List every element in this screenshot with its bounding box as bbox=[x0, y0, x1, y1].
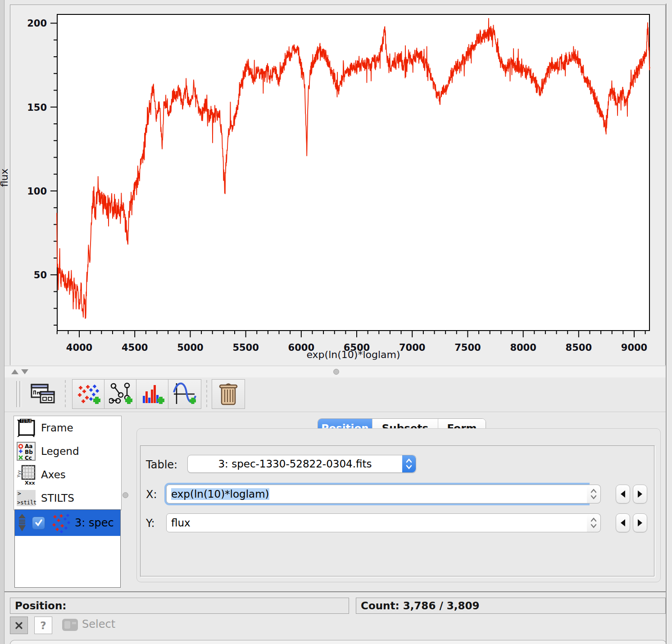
frame-icon: TITLE bbox=[16, 417, 36, 439]
svg-text:>: > bbox=[18, 490, 21, 497]
toolbar-separator bbox=[65, 380, 66, 407]
window-right-border bbox=[666, 4, 667, 644]
plot-splitter-bar[interactable] bbox=[5, 366, 666, 378]
layer-list: 3: spec bbox=[14, 509, 121, 588]
stilts-icon: > >stilts bbox=[16, 489, 36, 507]
plot-border bbox=[57, 14, 649, 331]
svg-text:Cc: Cc bbox=[25, 455, 32, 461]
delete-layer-icon bbox=[218, 382, 239, 406]
y-tick-label: 150 bbox=[27, 102, 47, 113]
right-arrow-icon bbox=[637, 490, 643, 498]
axes-icon: Yyy Xxx bbox=[16, 464, 36, 485]
y-axis-title: flux bbox=[0, 174, 44, 187]
y-prev-column-button[interactable] bbox=[616, 513, 630, 532]
add-line-layer-icon bbox=[109, 382, 132, 406]
x-coord-value: exp(ln(10)*loglam) bbox=[171, 488, 269, 500]
svg-text:Xxx: Xxx bbox=[25, 480, 35, 485]
layer-row-selected[interactable]: 3: spec bbox=[15, 510, 120, 536]
y-coord-input[interactable]: flux bbox=[166, 513, 588, 532]
help-glyph: ? bbox=[40, 620, 46, 631]
chevron-up-down-icon bbox=[590, 517, 597, 529]
layer-visibility-checkbox[interactable] bbox=[32, 517, 45, 530]
svg-text:Yyy: Yyy bbox=[17, 470, 21, 478]
check-icon bbox=[34, 518, 43, 527]
spectrum-plot: 4000450050005500600065007000750080008500… bbox=[57, 14, 650, 331]
x-coord-label: X: bbox=[146, 488, 157, 501]
tree-item-label: Legend bbox=[41, 445, 79, 457]
topcat-plot-window: 4000450050005500600065007000750080008500… bbox=[0, 0, 672, 644]
tree-item-axes[interactable]: Yyy Xxx Axes bbox=[14, 463, 121, 486]
select-mode-icon bbox=[62, 619, 78, 631]
x-prev-column-button[interactable] bbox=[616, 485, 630, 503]
select-mode-label: Select bbox=[82, 618, 115, 630]
y-coord-label: Y: bbox=[146, 517, 155, 530]
help-button[interactable]: ? bbox=[34, 617, 52, 634]
add-scatter-layer-icon bbox=[77, 382, 100, 406]
plot-area[interactable]: 4000450050005500600065007000750080008500… bbox=[57, 14, 650, 331]
tree-item-label: STILTS bbox=[41, 492, 74, 504]
left-arrow-icon bbox=[620, 490, 626, 498]
plot-display-panel[interactable]: 4000450050005500600065007000750080008500… bbox=[10, 5, 666, 365]
y-tick-label: 100 bbox=[27, 186, 47, 197]
close-icon bbox=[15, 621, 23, 630]
chevron-up-down-icon bbox=[590, 488, 597, 500]
left-arrow-icon bbox=[620, 519, 626, 527]
svg-text:>stilts: >stilts bbox=[17, 499, 36, 506]
stack-control-panel: TITLE Frame Aa Bb Cc Legend bbox=[5, 412, 666, 592]
add-histogram-layer-icon bbox=[141, 382, 164, 406]
y-next-column-button[interactable] bbox=[633, 513, 647, 532]
svg-text:TITLE: TITLE bbox=[21, 419, 32, 423]
add-scatter-layer-button[interactable] bbox=[72, 379, 105, 409]
layer-label: 3: spec bbox=[75, 517, 114, 529]
y-tick-label: 50 bbox=[34, 270, 47, 281]
splitter-collapse-down-icon[interactable] bbox=[21, 369, 28, 374]
tree-item-stilts[interactable]: > >stilts STILTS bbox=[14, 486, 121, 510]
dropdown-spinner-icon[interactable] bbox=[402, 455, 416, 472]
plot-windows-icon bbox=[29, 381, 55, 406]
tree-item-legend[interactable]: Aa Bb Cc Legend bbox=[14, 440, 121, 463]
tree-item-label: Frame bbox=[41, 422, 73, 434]
legend-icon: Aa Bb Cc bbox=[16, 441, 36, 462]
splitter-grip-icon[interactable] bbox=[333, 369, 339, 375]
table-label: Table: bbox=[146, 458, 177, 471]
add-line-layer-button[interactable] bbox=[104, 379, 137, 409]
position-readout-field: Position: bbox=[10, 598, 349, 614]
count-readout-field: Count: 3,786 / 3,809 bbox=[356, 598, 666, 614]
delete-layer-button[interactable] bbox=[212, 379, 245, 409]
table-select[interactable]: 3: spec-1330-52822-0304.fits bbox=[187, 455, 416, 473]
x-next-column-button[interactable] bbox=[633, 485, 647, 503]
y-tick-label: 200 bbox=[27, 18, 47, 29]
panel-splitter-grip-icon[interactable] bbox=[123, 492, 128, 498]
tree-item-frame[interactable]: TITLE Frame bbox=[14, 416, 121, 440]
splitter-collapse-up-icon[interactable] bbox=[11, 369, 18, 374]
position-readout-label: Position: bbox=[15, 600, 66, 612]
toolbar-drag-handle[interactable] bbox=[16, 381, 22, 407]
table-select-value: 3: spec-1330-52822-0304.fits bbox=[218, 458, 385, 470]
tree-item-label: Axes bbox=[41, 469, 66, 481]
chevron-up-down-icon bbox=[405, 458, 413, 470]
x-coord-input[interactable]: exp(ln(10)*loglam) bbox=[166, 485, 588, 503]
add-function-layer-button[interactable] bbox=[168, 379, 201, 409]
add-function-layer-icon bbox=[173, 382, 196, 406]
background-window-edge bbox=[0, 0, 5, 644]
count-readout-text: Count: 3,786 / 3,809 bbox=[361, 600, 480, 612]
scatter-layer-icon bbox=[51, 512, 70, 533]
next-window-edge bbox=[10, 640, 667, 644]
plot-windows-button[interactable] bbox=[26, 379, 59, 408]
reorder-layer-icon[interactable] bbox=[18, 513, 27, 532]
clear-position-button[interactable] bbox=[10, 617, 28, 634]
y-spinner-icon[interactable] bbox=[587, 513, 601, 532]
add-histogram-layer-button[interactable] bbox=[136, 379, 169, 409]
toolbar-separator bbox=[206, 380, 207, 407]
right-arrow-icon bbox=[637, 519, 643, 527]
plot-controls-tree: TITLE Frame Aa Bb Cc Legend bbox=[14, 416, 122, 510]
position-tab-panel: Table: 3: spec-1330-52822-0304.fits X: e… bbox=[140, 445, 655, 577]
spectrum-line-series bbox=[57, 18, 650, 318]
svg-text:Bb: Bb bbox=[25, 449, 33, 455]
x-axis-title: exp(ln(10)*loglam) bbox=[57, 349, 650, 360]
svg-text:Aa: Aa bbox=[25, 443, 32, 449]
x-spinner-icon[interactable] bbox=[587, 485, 601, 503]
layer-toolbar bbox=[5, 377, 666, 412]
y-coord-value: flux bbox=[171, 517, 191, 529]
